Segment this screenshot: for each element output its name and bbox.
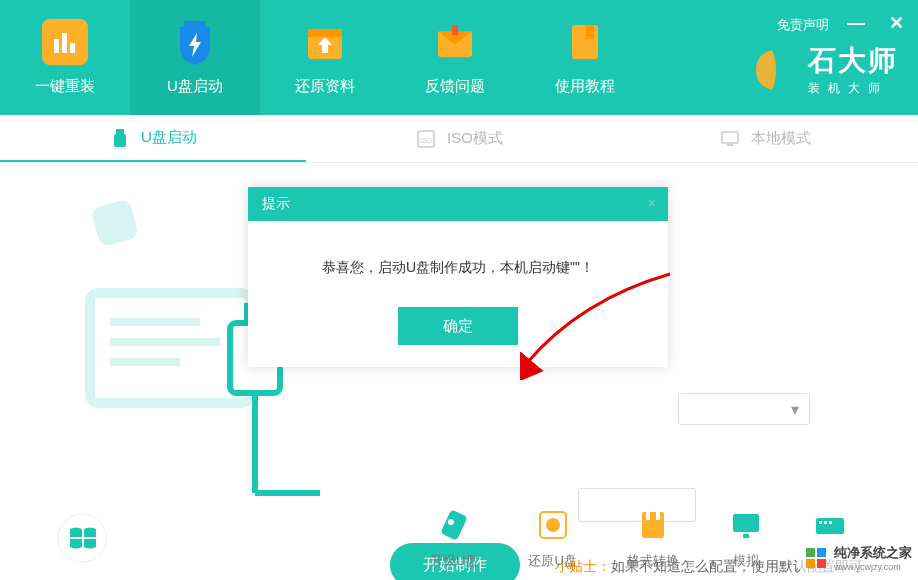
svg-rect-41 <box>817 548 826 557</box>
bottom-label: 模拟 <box>733 552 759 570</box>
svg-rect-19 <box>110 338 220 346</box>
svg-rect-2 <box>62 33 67 53</box>
monitor-icon <box>719 128 741 150</box>
header-right: 免责声明 — ✕ <box>777 0 910 34</box>
nav-tutorial[interactable]: 使用教程 <box>520 0 650 115</box>
config-dropdown[interactable]: ▾ <box>678 393 810 425</box>
format-convert[interactable]: 格式转换 <box>627 508 679 570</box>
modal-title-bar: 提示 × <box>248 187 668 221</box>
svg-text:ISO: ISO <box>420 137 433 144</box>
modal-close-button[interactable]: × <box>648 195 656 211</box>
svg-rect-11 <box>116 129 124 134</box>
shield-lightning-icon <box>172 19 218 65</box>
svg-rect-9 <box>572 25 598 59</box>
svg-rect-39 <box>829 521 832 524</box>
svg-rect-27 <box>441 509 468 540</box>
svg-rect-31 <box>642 512 664 538</box>
svg-rect-36 <box>816 518 844 534</box>
app-logo: 石大师 装机大师 <box>748 42 898 97</box>
nav-tabs: 一键重装 U盘启动 还原资料 反馈问题 使用教程 <box>0 0 650 115</box>
sub-tab-label: 本地模式 <box>751 129 811 148</box>
keyboard-icon <box>813 508 847 542</box>
watermark-url: www.ycwjzy.com <box>834 562 912 572</box>
nav-feedback[interactable]: 反馈问题 <box>390 0 520 115</box>
svg-rect-40 <box>806 548 815 557</box>
modal-footer: 确定 <box>248 307 668 367</box>
minimize-button[interactable]: — <box>847 1 871 34</box>
close-button[interactable]: ✕ <box>889 0 910 34</box>
svg-point-28 <box>448 519 454 525</box>
svg-rect-38 <box>824 521 827 524</box>
envelope-icon <box>432 19 478 65</box>
bottom-label: 还原U盘 <box>528 552 576 570</box>
sub-tab-iso[interactable]: ISO ISO模式 <box>306 115 612 162</box>
nav-label: 还原资料 <box>295 77 355 96</box>
watermark-name: 纯净系统之家 <box>834 544 912 562</box>
nav-reinstall[interactable]: 一键重装 <box>0 0 130 115</box>
nav-restore[interactable]: 还原资料 <box>260 0 390 115</box>
bar-chart-icon <box>42 19 88 65</box>
nav-label: U盘启动 <box>167 77 223 96</box>
svg-rect-37 <box>819 521 822 524</box>
svg-rect-10 <box>586 25 594 39</box>
nav-label: 一键重装 <box>35 77 95 96</box>
confirm-button[interactable]: 确定 <box>398 307 518 345</box>
upload-box-icon <box>302 19 348 65</box>
sub-tab-local[interactable]: 本地模式 <box>612 115 918 162</box>
svg-rect-12 <box>114 134 126 147</box>
restore-usb[interactable]: 还原U盘 <box>528 508 576 570</box>
logo-subtitle: 装机大师 <box>808 80 898 97</box>
svg-rect-1 <box>54 39 59 53</box>
svg-rect-34 <box>733 514 759 532</box>
svg-rect-43 <box>817 559 826 568</box>
svg-rect-3 <box>70 43 75 53</box>
disclaimer-link[interactable]: 免责声明 <box>777 0 829 34</box>
usb-upgrade-icon <box>437 508 471 542</box>
bottom-label: 格式转换 <box>627 552 679 570</box>
app-header: 一键重装 U盘启动 还原资料 反馈问题 使用教程 免责声明 <box>0 0 918 115</box>
svg-rect-42 <box>806 559 815 568</box>
sub-tab-label: ISO模式 <box>447 129 503 148</box>
windows-logo-icon <box>42 513 122 563</box>
sub-tab-usb[interactable]: U盘启动 <box>0 115 306 162</box>
usb-restore-icon <box>536 508 570 542</box>
iso-icon: ISO <box>415 128 437 150</box>
svg-point-26 <box>58 514 106 562</box>
sub-tabs: U盘启动 ISO ISO模式 本地模式 <box>0 115 918 163</box>
svg-rect-33 <box>656 512 660 520</box>
usb-icon <box>109 127 131 149</box>
convert-icon <box>636 508 670 542</box>
svg-point-30 <box>546 518 560 532</box>
svg-rect-15 <box>722 132 738 143</box>
modal-title: 提示 <box>262 195 290 213</box>
simulate-icon <box>729 508 763 542</box>
modal-message: 恭喜您，启动U盘制作成功，本机启动键""！ <box>248 221 668 307</box>
bottom-actions: 升级U盘 还原U盘 格式转换 模拟 <box>430 508 847 570</box>
svg-rect-8 <box>452 25 458 35</box>
sub-tab-label: U盘启动 <box>141 128 197 147</box>
logo-icon <box>748 46 796 94</box>
svg-rect-35 <box>743 534 749 538</box>
watermark-icon <box>804 546 828 570</box>
simulate[interactable]: 模拟 <box>729 508 763 570</box>
logo-title: 石大师 <box>808 42 898 80</box>
watermark: 纯净系统之家 www.ycwjzy.com <box>800 542 916 574</box>
svg-rect-4 <box>184 21 206 27</box>
nav-label: 使用教程 <box>555 77 615 96</box>
svg-rect-25 <box>91 199 140 248</box>
svg-rect-32 <box>646 512 650 520</box>
book-icon <box>562 19 608 65</box>
success-modal: 提示 × 恭喜您，启动U盘制作成功，本机启动键""！ 确定 <box>248 187 668 367</box>
nav-label: 反馈问题 <box>425 77 485 96</box>
bottom-label: 升级U盘 <box>430 552 478 570</box>
svg-rect-20 <box>110 358 180 366</box>
svg-rect-6 <box>308 29 342 37</box>
nav-usb-boot[interactable]: U盘启动 <box>130 0 260 115</box>
svg-rect-17 <box>90 293 250 403</box>
upgrade-usb[interactable]: 升级U盘 <box>430 508 478 570</box>
svg-rect-18 <box>110 318 200 326</box>
svg-rect-16 <box>727 144 733 146</box>
